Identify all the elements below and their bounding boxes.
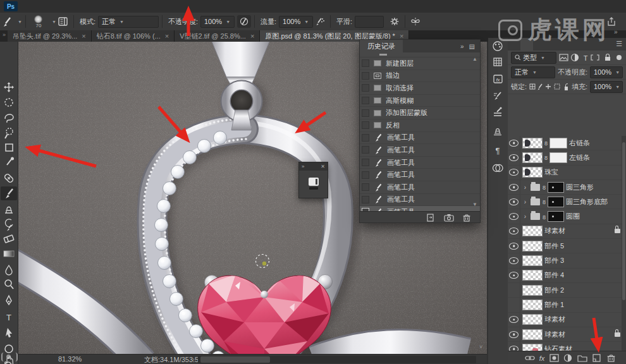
layer-row[interactable]: 部件 4 — [508, 269, 626, 283]
gradient-tool-icon[interactable] — [4, 251, 14, 257]
smudge-tool-icon[interactable] — [6, 265, 12, 275]
eraser-tool-icon[interactable] — [4, 235, 14, 243]
layer-row[interactable]: 部件 3 — [508, 253, 626, 268]
history-source-checkbox[interactable] — [362, 196, 369, 203]
layer-thumbnail[interactable] — [522, 255, 543, 266]
pen-tool-icon[interactable] — [6, 296, 11, 305]
shape-tool-icon[interactable] — [5, 345, 13, 353]
mask-link-icon[interactable] — [543, 213, 546, 221]
history-source-checkbox[interactable] — [362, 171, 369, 179]
scrollbar-thumb[interactable] — [200, 356, 270, 363]
mask-link-icon[interactable] — [543, 198, 546, 205]
lock-artboard-icon[interactable] — [555, 84, 560, 89]
pressure-opacity-icon[interactable] — [237, 15, 251, 28]
share-icon[interactable] — [606, 16, 617, 27]
layer-row[interactable]: 部件 2 — [508, 283, 626, 298]
expand-arrow-icon[interactable]: › — [522, 198, 528, 205]
flow-select[interactable]: 100%▼ — [279, 16, 313, 28]
tab-close-icon[interactable]: × — [165, 32, 169, 40]
history-source-checkbox[interactable] — [362, 84, 369, 92]
new-snapshot-icon[interactable] — [444, 213, 454, 222]
layer-name[interactable]: 球素材 — [544, 226, 565, 236]
layer-row[interactable]: › 圆三角形底部 — [508, 195, 626, 209]
layer-name[interactable]: 部件 5 — [544, 241, 564, 251]
layer-name[interactable]: 圆三角形 — [566, 183, 594, 192]
paragraph-panel-icon[interactable]: ¶ — [496, 146, 500, 155]
history-state-row[interactable]: 新建图层 — [360, 58, 480, 70]
chevron-down-icon[interactable]: ▼ — [52, 20, 56, 24]
visibility-toggle[interactable] — [508, 253, 520, 267]
panel-tab[interactable] — [533, 38, 546, 51]
panel-thumbnail-icon[interactable] — [309, 178, 319, 186]
visibility-toggle[interactable] — [508, 224, 520, 238]
libraries-panel-icon[interactable] — [493, 165, 503, 172]
filter-shape-layers-icon[interactable] — [591, 55, 599, 60]
visibility-toggle[interactable] — [508, 269, 520, 282]
history-state-row[interactable]: 画笔工具 — [360, 144, 480, 157]
new-group-icon[interactable] — [578, 356, 587, 361]
history-source-checkbox[interactable] — [362, 121, 369, 129]
history-state-row[interactable]: 添加图层蒙版 — [360, 107, 480, 119]
history-source-checkbox[interactable] — [362, 134, 369, 142]
layer-row[interactable]: 钻石素材 — [508, 342, 626, 351]
layer-thumbnail[interactable] — [522, 270, 543, 281]
gear-icon[interactable] — [388, 15, 402, 28]
color-panel-icon[interactable] — [493, 42, 502, 51]
clone-source-panel-icon[interactable] — [494, 129, 501, 135]
menu-item[interactable] — [102, 0, 114, 13]
crop-tool-icon[interactable] — [5, 144, 13, 151]
adjustment-layer-icon[interactable] — [565, 355, 572, 361]
quick-select-tool-icon[interactable] — [5, 128, 13, 138]
visibility-toggle[interactable] — [508, 342, 520, 351]
lock-position-icon[interactable] — [546, 84, 551, 89]
lock-transparency-icon[interactable] — [530, 84, 535, 89]
layer-name[interactable]: 部件 4 — [544, 270, 564, 280]
layer-name[interactable]: 左链条 — [569, 153, 590, 162]
layer-style-icon[interactable]: fx — [539, 355, 545, 362]
visibility-toggle[interactable] — [508, 313, 520, 327]
tab-close-icon[interactable]: × — [82, 32, 85, 40]
layer-blend-mode-select[interactable]: 正常▼ — [511, 66, 555, 78]
history-state-row[interactable]: 画笔工具 — [360, 169, 480, 181]
history-source-checkbox[interactable] — [362, 59, 369, 67]
swatches-panel-icon[interactable] — [494, 58, 501, 66]
menu-item[interactable] — [68, 0, 80, 13]
history-state-row[interactable]: 描边 — [360, 70, 480, 83]
panel-tab[interactable] — [508, 38, 520, 51]
document-tab[interactable]: 钻石8.tif @ 106% (... × — [92, 30, 175, 42]
layer-thumbnail[interactable] — [522, 167, 543, 178]
expand-arrow-icon[interactable]: › — [522, 184, 528, 191]
menu-item[interactable] — [46, 0, 57, 13]
zoom-level[interactable]: 81.32% — [58, 355, 82, 363]
layers-scrollbar[interactable] — [622, 136, 626, 351]
eyedropper-tool-icon[interactable] — [7, 157, 14, 166]
visibility-toggle[interactable] — [508, 239, 520, 253]
dock-collapse-icon[interactable]: » — [614, 28, 618, 35]
layer-thumbnail[interactable] — [522, 329, 543, 340]
brushes-panel-icon[interactable] — [494, 107, 502, 116]
menu-item[interactable] — [114, 0, 125, 13]
visibility-toggle[interactable] — [508, 150, 520, 164]
layer-name[interactable]: 部件 2 — [544, 286, 564, 295]
smoothing-field[interactable] — [355, 16, 384, 28]
lasso-tool-icon[interactable] — [5, 114, 13, 123]
history-source-checkbox[interactable] — [362, 97, 369, 104]
marquee-tool-icon[interactable] — [5, 99, 13, 106]
layer-thumbnail[interactable] — [522, 300, 543, 310]
filter-type-layers-icon[interactable]: T — [584, 54, 588, 62]
menu-item[interactable] — [23, 0, 34, 13]
history-source-checkbox[interactable] — [362, 146, 369, 154]
filter-smart-objects-icon[interactable] — [605, 54, 610, 61]
add-mask-icon[interactable] — [550, 355, 558, 361]
visibility-toggle[interactable] — [508, 283, 520, 297]
layer-row[interactable]: 部件 1 — [508, 298, 626, 312]
layer-row[interactable]: 珠宝 — [508, 166, 626, 180]
healing-brush-tool-icon[interactable] — [4, 173, 14, 183]
horizontal-scrollbar[interactable] — [198, 356, 476, 363]
history-state-row[interactable]: 画笔工具 — [360, 181, 480, 194]
layer-row[interactable]: 球素材 — [508, 327, 626, 342]
floating-mini-panel[interactable]: » ✕ — [298, 162, 328, 198]
layer-name[interactable]: 圆圈 — [566, 212, 580, 221]
layer-name[interactable]: 球素材 — [544, 315, 565, 324]
dodge-tool-icon[interactable] — [5, 280, 13, 289]
